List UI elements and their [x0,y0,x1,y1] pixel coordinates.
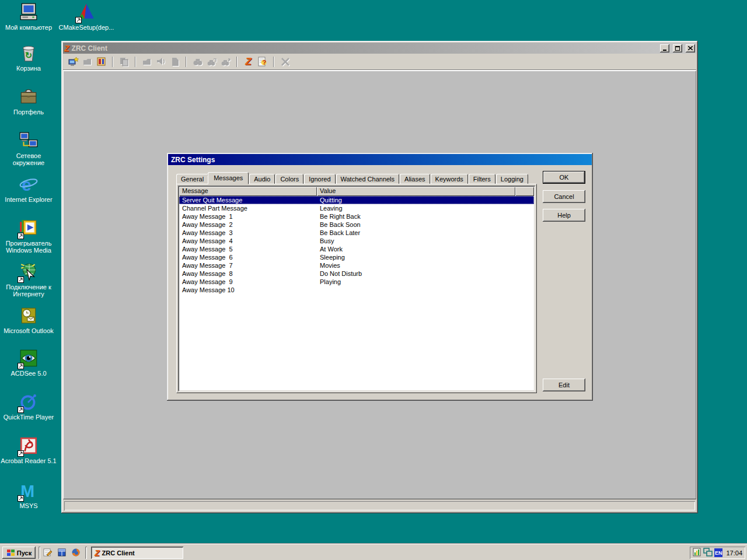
window-panel-icon[interactable] [57,548,67,557]
cancel-button[interactable]: Cancel [543,190,585,203]
desktop-icon-quicktime-player[interactable]: QuickTime Player [1,392,57,421]
find-icon [192,57,203,68]
desktop-icon-network-neighborhood[interactable]: Сетевое окружение [1,131,57,166]
channel-list-icon[interactable] [96,57,107,68]
desktop-icon-acdsee[interactable]: ACDSee 5.0 [1,348,57,377]
desktop-icon-briefcase[interactable]: Портфель [1,87,57,116]
shortcut-arrow-icon [18,276,24,283]
column-header-value[interactable]: Value [317,187,515,196]
list-item[interactable]: Away Message 6Sleeping [179,253,534,261]
ok-button[interactable]: OK [543,171,585,184]
send-icon [141,57,152,68]
column-header-message[interactable]: Message [179,187,317,196]
tab-audio[interactable]: Audio [249,174,275,184]
desktop-icon-acrobat-reader[interactable]: Acrobat Reader 5.1 [1,436,57,464]
desktop-icon-label: QuickTime Player [1,414,57,421]
list-item[interactable]: Away Message 4Busy [179,237,534,245]
find-next-icon [206,57,217,68]
tab-aliases[interactable]: Aliases [400,174,430,184]
find-user-icon [220,57,231,68]
list-item[interactable]: Away Message 5At Work [179,245,534,253]
list-item[interactable]: Away Message 8Do Not Disturb [179,270,534,278]
new-connection-icon[interactable] [68,57,79,68]
language-indicator[interactable]: EN [714,548,722,557]
list-item[interactable]: Away Message 1Be Right Back [179,212,534,220]
task-area-handle[interactable] [85,547,87,559]
taskbar-task-zrc-client[interactable]: Z ZRC Client [91,547,183,559]
minimize-button[interactable] [660,44,669,52]
activity-monitor-icon[interactable] [693,548,701,558]
quick-launch-handle[interactable] [39,547,40,559]
system-tray: EN 17:04 [690,547,745,559]
list-item[interactable]: Away Message 7Movies [179,261,534,270]
shortcut-arrow-icon [18,233,24,239]
desktop-icon-recycle-bin[interactable]: ↻ Корзина [1,43,57,72]
cmake-icon [76,2,96,22]
list-item[interactable]: Away Message 2Be Back Soon [179,220,534,229]
notes-icon[interactable] [43,548,53,557]
desktop-icon-windows-media-player[interactable]: Проигрыватель Windows Media [1,218,57,254]
desktop-icon-label: MSYS [1,502,57,509]
tab-filters[interactable]: Filters [469,174,495,184]
shortcut-arrow-icon [18,407,24,413]
tab-logging[interactable]: Logging [496,174,528,184]
list-item[interactable]: Server Quit MessageQuitting [179,196,534,204]
briefcase-icon [19,87,39,107]
zrc-logo-icon: Z [95,548,100,558]
tray-clock[interactable]: 17:04 [726,550,742,556]
shortcut-arrow-icon [18,495,24,502]
desktop-icon-label: Проигрыватель Windows Media [1,240,57,254]
svg-text:↻: ↻ [25,51,32,60]
tab-watched-channels[interactable]: Watched Channels [336,174,400,184]
windows-media-player-icon [19,218,39,238]
list-item[interactable]: Away Message 10 [179,286,534,294]
desktop-icon-cmake-setup[interactable]: CMakeSetup(dep... [58,2,114,31]
sound-icon [155,57,166,68]
svg-text:e: e [22,175,32,194]
tab-keywords[interactable]: Keywords [431,174,468,184]
desktop-icon-label: Корзина [1,65,57,72]
network-status-icon[interactable] [703,548,713,558]
desktop-icon-internet-explorer[interactable]: e Internet Explorer [1,174,57,203]
shortcut-arrow-icon [18,363,24,369]
desktop-icon-label: Acrobat Reader 5.1 [1,457,57,464]
log-icon [169,57,180,68]
my-computer-icon [19,2,39,22]
disconnect-icon [280,57,291,68]
close-button[interactable] [686,44,695,52]
desktop-icon-label: Подключение к Интернету [1,284,57,298]
tab-general[interactable]: General [176,174,208,184]
quicktime-player-icon [19,392,39,412]
dialog-titlebar[interactable]: ZRC Settings [168,154,592,165]
copy-icon [118,57,130,68]
toolbar-separator [186,57,187,67]
window-titlebar[interactable]: Z ZRC Client [63,43,696,54]
tab-ignored[interactable]: Ignored [304,174,335,184]
edit-button[interactable]: Edit [543,379,585,391]
desktop-icon-my-computer[interactable]: Мой компьютер [1,2,57,31]
help-button[interactable]: Help [543,209,585,222]
list-item[interactable]: Away Message 3Be Back Later [179,229,534,237]
tab-messages[interactable]: Messages [208,172,249,184]
desktop-icon-internet-connection[interactable]: Подключение к Интернету [1,262,57,298]
desktop-icon-msys[interactable]: M MSYS [1,481,57,509]
acdsee-icon [19,348,39,368]
tab-colors[interactable]: Colors [275,174,303,184]
toolbar-separator [135,57,136,67]
list-item[interactable]: Away Message 9Playing [179,278,534,286]
desktop-icon-microsoft-outlook[interactable]: Microsoft Outlook [1,306,57,334]
list-item[interactable]: Channel Part MessageLeaving [179,204,534,212]
maximize-button[interactable] [673,44,682,52]
firefox-icon[interactable] [71,548,81,557]
desktop: { "desktop": { "background_color": "#008… [0,0,747,560]
help-icon[interactable]: ? [257,57,268,68]
zrc-logo-icon[interactable]: Z [243,57,254,68]
start-label: Пуск [17,550,32,556]
shortcut-arrow-icon [75,17,82,23]
internet-explorer-icon: e [19,174,39,194]
settings-tabs: General Messages Audio Colors Ignored Wa… [176,172,529,184]
desktop-icon-label: Microsoft Outlook [1,327,57,334]
tab-page-messages: Message Value Server Quit MessageQuittin… [176,184,537,393]
start-button[interactable]: Пуск [2,547,36,559]
zrc-settings-dialog: ZRC Settings General Messages Audio Colo… [167,153,593,401]
